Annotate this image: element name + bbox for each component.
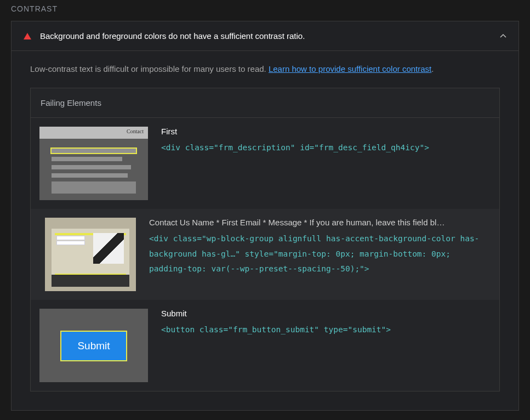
failing-element-row[interactable]: Contact Us Name * First Email * Message … [31,209,499,300]
element-thumbnail: Submit [39,309,148,382]
learn-more-link[interactable]: Learn how to provide sufficient color co… [269,64,431,73]
failing-element-code: <button class="frm_button_submit" type="… [161,322,491,338]
failing-element-title: First [161,127,491,136]
failing-element-code: <div class="wp-block-group alignfull has… [149,231,491,277]
audit-panel: Background and foreground colors do not … [11,21,519,411]
warning-triangle-icon [24,33,31,39]
failing-element-code: <div class="frm_description" id="frm_des… [161,140,491,156]
section-title: CONTRAST [11,0,519,21]
thumbnail-text: Contact [127,128,144,134]
failing-elements-box: Failing Elements Contact [30,88,500,391]
chevron-up-icon [500,33,506,39]
audit-description-text: Low-contrast text is difficult or imposs… [30,64,269,73]
failing-element-row[interactable]: Contact First <div class="frm_descriptio… [31,118,499,209]
audit-header[interactable]: Background and foreground colors do not … [12,21,518,51]
failing-element-row[interactable]: Submit Submit <button class="frm_button_… [31,300,499,391]
audit-body: Low-contrast text is difficult or imposs… [12,51,518,410]
failing-elements-header: Failing Elements [31,88,499,118]
failing-element-title: Submit [161,309,491,318]
element-thumbnail: Contact [39,127,148,200]
audit-description: Low-contrast text is difficult or imposs… [30,63,500,75]
audit-description-suffix: . [431,64,434,73]
element-thumbnail [45,218,136,291]
failing-element-title: Contact Us Name * First Email * Message … [149,218,491,227]
audit-title: Background and foreground colors do not … [40,31,305,41]
thumbnail-submit-button: Submit [60,331,127,361]
